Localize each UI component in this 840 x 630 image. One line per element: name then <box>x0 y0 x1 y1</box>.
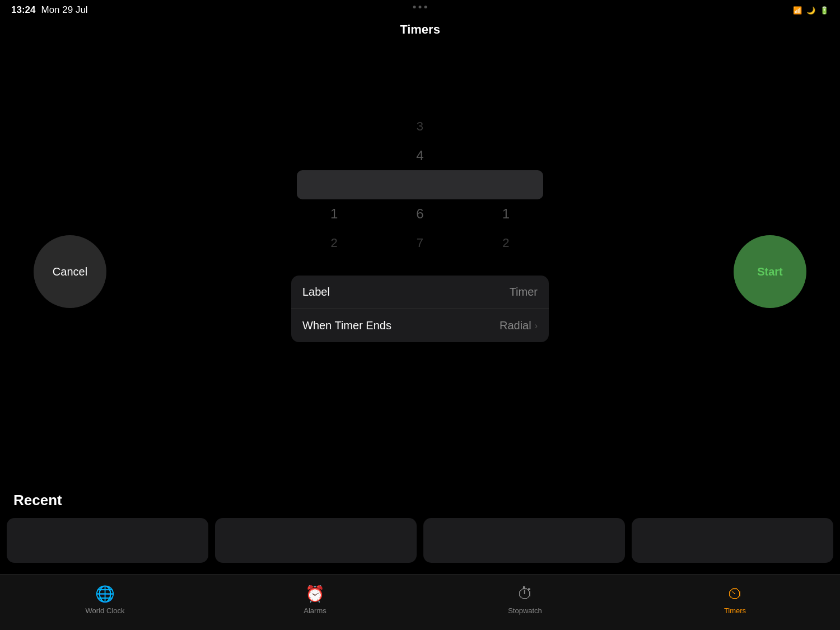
hours-col-inner: 0 hours 1 2 3 <box>314 112 354 258</box>
tab-timers[interactable]: ⏲ Timers <box>630 585 840 620</box>
hours-item: 1 <box>330 199 338 228</box>
status-right: 📶 🌙 🔋 <box>793 6 829 15</box>
tab-bar: 🌐 World Clock ⏰ Alarms ⏱ Stopwatch ⏲ Tim… <box>0 574 840 630</box>
alarms-label: Alarms <box>304 606 326 615</box>
recent-section: Recent <box>0 492 840 563</box>
stopwatch-icon: ⏱ <box>517 585 533 603</box>
when-timer-ends-value: Radial › <box>500 319 538 332</box>
start-button[interactable]: Start <box>734 235 806 308</box>
when-timer-ends-key: When Timer Ends <box>302 319 391 332</box>
when-timer-ends-row[interactable]: When Timer Ends Radial › <box>291 309 549 342</box>
minutes-item: 4 <box>416 141 423 170</box>
minutes-col-inner: 2 3 4 5 min 6 7 8 <box>404 112 436 258</box>
stopwatch-label: Stopwatch <box>508 606 542 615</box>
alarms-icon: ⏰ <box>305 585 325 603</box>
seconds-picker-column[interactable]: 0 sec 1 2 3 <box>463 112 549 258</box>
battery-icon: 🔋 <box>820 6 829 15</box>
seconds-selected-item: 0 sec <box>491 170 521 199</box>
minutes-selected-item: 5 min <box>404 170 436 199</box>
timers-icon: ⏲ <box>727 585 743 603</box>
seconds-item: 2 <box>502 228 509 258</box>
label-value: Timer <box>510 286 538 298</box>
moon-icon: 🌙 <box>806 6 815 15</box>
seconds-item: 1 <box>502 199 510 228</box>
minutes-picker-column[interactable]: 2 3 4 5 min 6 7 8 <box>377 112 463 258</box>
tab-world-clock[interactable]: 🌐 World Clock <box>0 585 210 620</box>
recent-item-3[interactable] <box>423 518 625 563</box>
time-picker[interactable]: 0 hours 1 2 3 2 3 4 5 min 6 7 8 0 sec <box>291 112 549 258</box>
cancel-button[interactable]: Cancel <box>34 235 106 308</box>
recent-item-2[interactable] <box>215 518 417 563</box>
wifi-icon: 📶 <box>793 6 802 15</box>
tab-stopwatch[interactable]: ⏱ Stopwatch <box>420 585 630 620</box>
seconds-col-inner: 0 sec 1 2 3 <box>491 112 521 258</box>
hours-item: 2 <box>331 228 338 258</box>
hours-selected-item: 0 hours <box>314 170 354 199</box>
page-title: Timers <box>0 22 840 37</box>
status-left: 13:24 Mon 29 Jul <box>11 4 88 16</box>
recent-item-1[interactable] <box>7 518 208 563</box>
settings-panel: Label Timer When Timer Ends Radial › <box>291 276 549 342</box>
status-date: Mon 29 Jul <box>41 4 87 16</box>
recent-item-4[interactable] <box>632 518 833 563</box>
world-clock-label: World Clock <box>86 606 125 615</box>
timers-label: Timers <box>724 606 746 615</box>
status-time: 13:24 <box>11 4 35 16</box>
label-key: Label <box>302 286 330 298</box>
label-row[interactable]: Label Timer <box>291 276 549 309</box>
minutes-item: 3 <box>417 112 423 141</box>
hours-picker-column[interactable]: 0 hours 1 2 3 <box>291 112 377 258</box>
minutes-item: 7 <box>417 228 423 258</box>
world-clock-icon: 🌐 <box>95 585 115 603</box>
minutes-item: 6 <box>416 199 423 228</box>
tab-alarms[interactable]: ⏰ Alarms <box>210 585 420 620</box>
recent-title: Recent <box>0 492 840 518</box>
chevron-right-icon: › <box>535 321 538 331</box>
status-bar: 13:24 Mon 29 Jul 📶 🌙 🔋 <box>0 0 840 20</box>
recent-items-list <box>0 518 840 563</box>
